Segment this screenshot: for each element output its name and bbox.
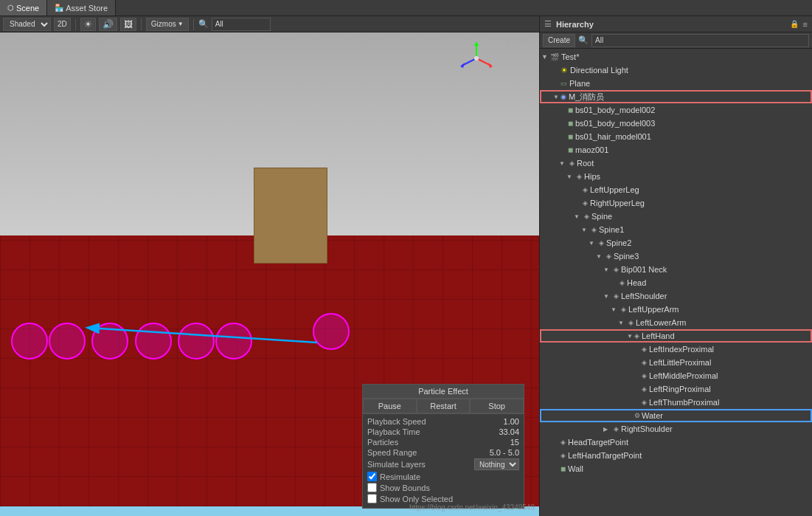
hierarchy-search-input[interactable] (591, 34, 809, 47)
hierarchy-item-right-shoulder[interactable]: ▶ ◈ RightShoulder (540, 422, 812, 436)
left-index-label: LeftIndexProximal (649, 345, 714, 354)
simulate-layers-select[interactable]: Nothing (474, 458, 519, 470)
hips-label: Hips (584, 172, 600, 181)
playback-speed-label: Playback Speed (367, 417, 426, 426)
left-ring-icon: ◈ (642, 385, 647, 393)
shading-dropdown[interactable]: Shaded (3, 18, 51, 31)
hierarchy-item-bs01-body-003[interactable]: ◼ bs01_body_model003 (540, 117, 812, 130)
2d-toggle[interactable]: 2D (54, 18, 71, 31)
lock-icon: 🔒 (790, 20, 799, 28)
hierarchy-item-left-lower-arm[interactable]: ▼ ◈ LeftLowerArm (540, 316, 812, 329)
scene-tab-icon: ⬡ (7, 4, 14, 12)
hierarchy-item-plane[interactable]: ▭ Plane (540, 77, 812, 90)
hierarchy-item-lefthand-target[interactable]: ◈ LeftHandTargetPoint (540, 449, 812, 462)
scene-toolbar: Shaded 2D ☀ 🔊 🖼 Gizmos ▼ 🔍 (0, 16, 539, 32)
hierarchy-item-left-index-proximal[interactable]: ◈ LeftIndexProximal (540, 343, 812, 356)
hierarchy-title: Hierarchy (556, 20, 785, 29)
resimulate-row: Resimulate (367, 472, 519, 481)
hierarchy-item-bip001-neck[interactable]: ▼ ◈ Bip001 Neck (540, 263, 812, 276)
pause-button[interactable]: Pause (363, 399, 417, 413)
hierarchy-item-left-ring-proximal[interactable]: ◈ LeftRingProximal (540, 382, 812, 396)
spine1-label: Spine1 (599, 225, 624, 234)
left-lower-arm-icon: ◈ (628, 319, 634, 326)
scene-search-input[interactable] (212, 18, 271, 31)
axis-gizmo (458, 40, 495, 77)
hierarchy-item-wall[interactable]: ◼ Wall (540, 462, 812, 475)
show-only-selected-checkbox[interactable] (367, 494, 377, 503)
root-icon: ◈ (569, 159, 575, 167)
gizmos-chevron-icon: ▼ (178, 21, 184, 27)
bs01-hair-icon: ◼ (568, 133, 573, 140)
hierarchy-content[interactable]: ▼ 🎬 Test* ☀ Directional Light ▭ Plane ▼ … (540, 49, 812, 516)
bip001-neck-label: Bip001 Neck (621, 265, 667, 274)
watermark: https://blog.csdn.net/weixin_43349549 (409, 503, 535, 512)
playback-speed-row: Playback Speed 1.00 (367, 417, 519, 426)
hierarchy-item-head-target[interactable]: ◈ HeadTargetPoint (540, 436, 812, 449)
right-shoulder-icon: ◈ (614, 425, 619, 433)
left-middle-icon: ◈ (642, 372, 647, 379)
arrow-m-xiaofang: ▼ (553, 94, 559, 100)
arrow-hips: ▼ (566, 173, 575, 180)
playback-speed-value: 1.00 (504, 417, 519, 426)
hierarchy-item-left-thumb-proximal[interactable]: ◈ LeftThumbProximal (540, 396, 812, 409)
bs01-002-icon: ◼ (568, 106, 573, 114)
scene-root-item[interactable]: ▼ 🎬 Test* (540, 50, 812, 63)
hierarchy-item-water[interactable]: ⚙ Water (540, 409, 812, 422)
m-xiaofang-label: M_消防员 (569, 92, 604, 103)
hierarchy-item-spine3[interactable]: ▼ ◈ Spine3 (540, 250, 812, 263)
hierarchy-icon: ☰ (544, 19, 552, 29)
hierarchy-item-left-upper-leg[interactable]: ◈ LeftUpperLeg (540, 183, 812, 196)
hierarchy-item-spine2[interactable]: ▼ ◈ Spine2 (540, 236, 812, 250)
viewport[interactable]: ≤ Persp Particle Effect Pause Restart St… (0, 32, 539, 516)
hierarchy-panel: ☰ Hierarchy 🔒 ≡ Create 🔍 ▼ 🎬 Test* ☀ Dir… (539, 16, 812, 516)
speaker-icon-btn[interactable]: 🔊 (99, 18, 117, 31)
resimulate-label: Resimulate (380, 472, 420, 481)
light-icon: ☀ (561, 66, 568, 75)
hierarchy-item-maoz001[interactable]: ◼ maoz001 (540, 143, 812, 156)
hierarchy-item-spine[interactable]: ▼ ◈ Spine (540, 210, 812, 223)
show-bounds-checkbox[interactable] (367, 483, 377, 492)
brown-box (254, 168, 327, 264)
particle-panel-title: Particle Effect (363, 385, 524, 399)
hierarchy-item-left-little-proximal[interactable]: ◈ LeftLittleProximal (540, 356, 812, 369)
hierarchy-menu-icon[interactable]: ≡ (803, 20, 808, 29)
hierarchy-item-right-upper-leg[interactable]: ◈ RightUpperLeg (540, 196, 812, 210)
create-button[interactable]: Create (543, 34, 575, 47)
resimulate-checkbox[interactable] (367, 472, 377, 481)
hierarchy-item-left-middle-proximal[interactable]: ◈ LeftMiddleProximal (540, 369, 812, 382)
sun-icon-btn[interactable]: ☀ (80, 18, 96, 31)
image-icon-btn[interactable]: 🖼 (120, 18, 136, 31)
scene-tab[interactable]: ⬡ Scene (0, 0, 47, 16)
maoz001-label: maoz001 (575, 145, 608, 154)
hierarchy-item-hips[interactable]: ▼ ◈ Hips (540, 170, 812, 183)
hierarchy-item-bs01-hair[interactable]: ◼ bs01_hair_model001 (540, 130, 812, 143)
asset-store-tab[interactable]: 🏪 Asset Store (47, 0, 116, 16)
asset-store-tab-label: Asset Store (66, 4, 108, 13)
particle-5 (178, 323, 215, 360)
toolbar-separator-3 (193, 18, 194, 30)
hierarchy-item-spine1[interactable]: ▼ ◈ Spine1 (540, 223, 812, 236)
show-only-selected-row: Show Only Selected (367, 494, 519, 503)
hierarchy-toolbar: Create 🔍 (540, 32, 812, 49)
hierarchy-item-root[interactable]: ▼ ◈ Root (540, 156, 812, 170)
hierarchy-item-bs01-body-002[interactable]: ◼ bs01_body_model002 (540, 103, 812, 117)
stop-button[interactable]: Stop (470, 399, 524, 413)
hierarchy-item-m-xiaofang[interactable]: ▼ ◉ M_消防员 (540, 90, 812, 103)
root-label: Root (577, 159, 594, 168)
hierarchy-item-directional-light[interactable]: ☀ Directional Light (540, 63, 812, 77)
restart-button[interactable]: Restart (417, 399, 471, 413)
spine2-label: Spine2 (606, 238, 631, 247)
playback-time-label: Playback Time (367, 427, 420, 436)
hips-icon: ◈ (577, 173, 582, 180)
hierarchy-item-head[interactable]: ◈ Head (540, 276, 812, 289)
arrow-spine2: ▼ (589, 240, 597, 247)
gizmos-button[interactable]: Gizmos ▼ (146, 18, 189, 31)
hierarchy-item-left-hand[interactable]: ▼ ◈ LeftHand (540, 329, 812, 343)
arrow-spine3: ▼ (596, 253, 605, 260)
left-upper-leg-label: LeftUpperLeg (590, 185, 639, 194)
wall-label: Wall (568, 464, 583, 473)
hierarchy-item-left-upper-arm[interactable]: ▼ ◈ LeftUpperArm (540, 303, 812, 316)
hierarchy-item-left-shoulder[interactable]: ▼ ◈ LeftShoulder (540, 289, 812, 303)
hier-search-icon: 🔍 (578, 35, 589, 45)
left-thumb-label: LeftThumbProximal (649, 398, 719, 407)
